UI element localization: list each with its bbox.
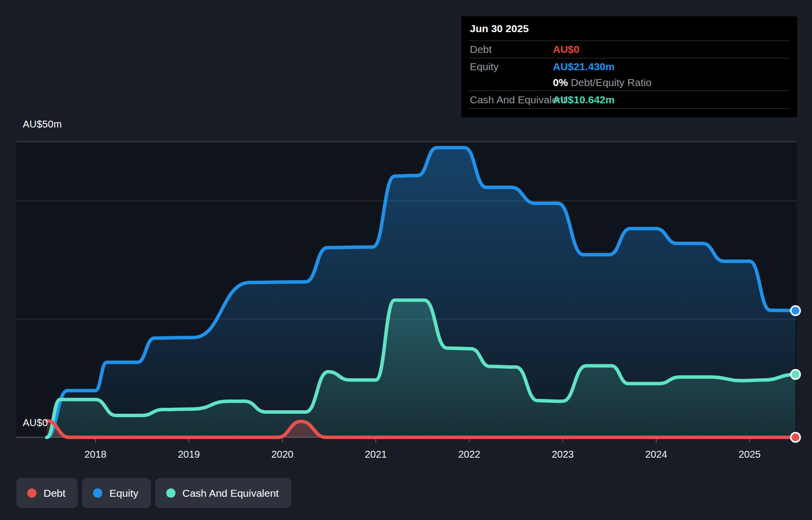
y-axis-label-bottom: AU$0 [23,417,48,429]
legend-item-cash[interactable]: Cash And Equivalent [155,478,291,508]
tooltip-row-equity: Equity AU$21.430m 0% Debt/Equity Ratio [469,58,790,90]
x-axis-label: 2020 [271,449,294,460]
x-axis-label: 2021 [365,449,387,460]
legend-cash-label: Cash And Equivalent [182,487,279,499]
x-axis-label: 2022 [458,449,481,460]
tooltip-debt-equity-ratio: 0% Debt/Equity Ratio [553,77,652,88]
tooltip-cash-value: AU$10.642m [553,94,615,106]
tooltip-debt-label: Debt [469,43,492,55]
balance-sheet-chart: 20182019202020212022202320242025 AU$50m … [0,0,812,520]
ratio-label: Debt/Equity Ratio [571,77,651,88]
equity-color-dot [93,488,102,498]
x-axis-label: 2023 [552,449,574,460]
debt-endpoint-marker [791,433,800,442]
cash-endpoint-marker [791,370,800,379]
legend-item-equity[interactable]: Equity [82,478,150,508]
tooltip-cash-label: Cash And Equivalent [469,94,566,106]
y-axis-label-top: AU$50m [23,119,62,130]
tooltip-row-cash: Cash And Equivalent AU$10.642m [469,90,790,109]
chart-legend: Debt Equity Cash And Equivalent [16,478,291,508]
x-axis-label: 2019 [178,449,200,460]
x-axis-label: 2018 [85,449,107,460]
tooltip-row-debt: Debt AU$0 [469,41,790,58]
hover-tooltip: Jun 30 2025 Debt AU$0 Equity AU$21.430m … [461,16,797,117]
legend-debt-label: Debt [44,487,65,499]
x-axis-label: 2025 [739,449,761,460]
tooltip-equity-label: Equity [469,61,498,73]
cash-color-dot [166,488,176,498]
legend-equity-label: Equity [109,487,138,499]
debt-color-dot [27,488,37,498]
ratio-percent: 0% [553,77,568,88]
tooltip-equity-value: AU$21.430m [553,61,615,73]
x-axis-label: 2024 [645,449,668,460]
tooltip-debt-value: AU$0 [553,43,580,55]
equity-endpoint-marker [791,306,800,315]
tooltip-date: Jun 30 2025 [469,16,790,41]
legend-item-debt[interactable]: Debt [16,478,78,508]
